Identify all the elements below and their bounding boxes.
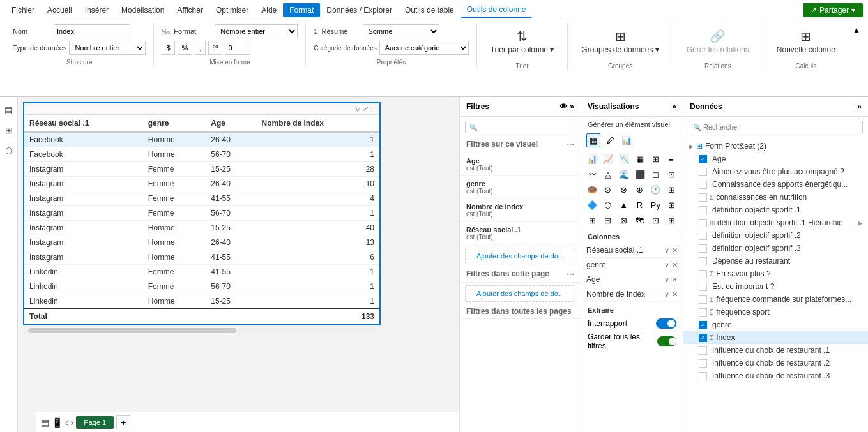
viz-icon[interactable]: 🌊 [617,167,631,181]
percent-button[interactable]: % [178,41,193,55]
filter-item[interactable]: genre est (Tout) [460,176,581,199]
data-tree-item[interactable]: Σfréquence commande sur plateformes... [683,293,868,306]
nouvelle-button[interactable]: ⊞ Nouvelle colonne [771,26,841,57]
tree-checkbox[interactable] [699,168,707,176]
data-tree-item[interactable]: Dépense au restaurant [683,255,868,267]
viz-icon[interactable]: ⊞ [664,182,678,197]
tree-checkbox[interactable] [699,308,707,317]
viz-icon[interactable]: △ [601,167,615,181]
tree-checkbox[interactable] [699,193,707,202]
data-tree-item[interactable]: ΣEn savoir plus ? [683,267,868,280]
data-tree-item[interactable]: Aimeriez vous être plus accompagné ? [683,165,868,178]
viz-icon[interactable]: ⬡ [601,198,615,212]
comma-button[interactable]: , [195,41,206,55]
viz-icon[interactable]: ⊕ [633,182,647,197]
viz-icon[interactable]: Py [648,198,662,212]
data-tree-item[interactable]: Est-ce important ? [683,280,868,293]
decimal-button[interactable]: ⁰⁰ [208,41,222,55]
gerer-button[interactable]: 🔗 Gérer les relations [681,26,755,57]
data-tree-item[interactable]: Influence du choix de restaurant .1 [683,344,868,357]
col-down-icon[interactable]: ∨ [664,261,669,269]
dollar-button[interactable]: $ [162,41,174,55]
filter-item[interactable]: Nombre de Index est (Tout) [460,199,581,222]
tree-checkbox[interactable] [699,372,707,380]
tree-checkbox[interactable]: ✓ [699,321,707,329]
tree-checkbox[interactable] [699,359,707,368]
data-tree-item[interactable]: ⊞définition objectif sportif .1 Hiérarch… [683,216,868,229]
tree-checkbox[interactable] [699,206,707,214]
filter-expand-icon[interactable]: » [570,102,574,111]
viz-icon[interactable]: 🔷 [585,198,599,212]
data-expand-icon[interactable]: » [857,102,862,111]
data-tree-item[interactable]: définition objectif sportif .1 [683,204,868,216]
page-tab[interactable]: Page 1 [76,416,114,429]
page-prev-button[interactable]: ‹ [65,417,68,428]
filter-page-dots[interactable]: ··· [567,269,574,279]
col-x-icon[interactable]: ✕ [672,246,678,255]
data-tree-item[interactable]: Connaissance des apports énergétiqu... [683,178,868,191]
report-view-icon[interactable]: ▤ [41,417,49,428]
viz-icon[interactable]: ⊞ [664,213,678,227]
filter-item[interactable]: Age est (Tout) [460,153,581,176]
tree-checkbox[interactable] [699,270,707,278]
viz-icon[interactable]: ⊟ [601,213,615,227]
viz-icon[interactable]: ≡ [664,152,678,166]
report-icon[interactable]: ▤ [2,102,15,117]
tree-checkbox[interactable] [699,181,707,189]
viz-icon[interactable]: 🗺 [633,213,647,227]
viz-icon[interactable]: 📉 [617,152,631,166]
viz-icon[interactable]: R [633,198,647,212]
viz-icon[interactable]: ▲ [617,198,631,212]
data-tree-item[interactable]: ✓ Age [683,153,868,165]
viz-expand-icon[interactable]: » [672,102,676,111]
menu-optimiser[interactable]: Optimiser [209,3,255,17]
tree-checkbox[interactable] [699,232,707,240]
filter-toolbar-icon[interactable]: ▽ [355,105,360,113]
data-tree-item[interactable]: Σfréquence sport [683,306,868,318]
tree-checkbox[interactable] [699,257,707,265]
data-tree-item-selected[interactable]: ✓ΣIndex [683,331,868,344]
tree-expand-icon[interactable]: ▶ [689,143,694,150]
data-tree-item[interactable]: définition objectif sportif .3 [683,242,868,255]
viz-icon[interactable]: ⊙ [601,182,615,197]
filter-section-dots[interactable]: ··· [567,140,574,150]
viz-icon[interactable]: 🕐 [648,182,662,197]
interrapport-toggle[interactable] [656,318,676,329]
viz-icon[interactable]: ⬛ [633,167,647,181]
menu-accueil[interactable]: Accueil [41,3,79,17]
table-icon[interactable]: ⊞ [3,123,15,138]
viz-icon[interactable]: ⊗ [617,182,631,197]
col-down-icon[interactable]: ∨ [664,246,669,255]
ribbon-collapse[interactable]: ▲ [850,23,863,37]
garder-toggle[interactable] [657,336,676,346]
tree-checkbox[interactable] [699,346,707,355]
viz-icon[interactable]: ⊡ [664,167,678,181]
viz-icon[interactable]: ⊞ [648,152,662,166]
tree-checkbox[interactable] [699,219,707,227]
data-tree-item[interactable]: définition objectif sportif .2 [683,229,868,242]
tree-checkbox[interactable]: ✓ [699,155,707,163]
groupes-button[interactable]: ⊞ Groupes de données ▾ [575,26,664,57]
data-tree-item[interactable]: Influence du choix de restaurant .3 [683,369,868,382]
filter-item[interactable]: Réseau social .1 est (Tout) [460,222,581,245]
viz-icon[interactable]: 📈 [601,152,615,166]
viz-icon[interactable]: ◻ [648,167,662,181]
viz-icon[interactable]: 📊 [585,152,599,166]
page-add-button[interactable]: + [116,415,130,429]
data-tree-item[interactable]: ▶⊞Form Prot&eat (2) [683,140,868,153]
nom-input[interactable] [54,24,130,38]
tree-checkbox[interactable]: ✓ [699,334,707,342]
expand-icon[interactable]: ▶ [858,220,863,227]
model-icon[interactable]: ⬡ [3,143,15,158]
page-next-button[interactable]: › [71,417,74,428]
viz-matrix-icon[interactable]: 🖊 [603,133,617,147]
viz-table-icon[interactable]: ▦ [586,133,600,147]
filters-search-input[interactable] [480,123,571,131]
more-toolbar-icon[interactable]: ··· [371,105,377,113]
focus-toolbar-icon[interactable]: ⤢ [363,105,369,113]
viz-icon[interactable]: 🍩 [585,182,599,197]
col-down-icon[interactable]: ∨ [664,290,669,299]
data-tree-item[interactable]: ✓ genre [683,318,868,331]
format-select[interactable]: Nombre entier [215,24,298,38]
tree-checkbox[interactable] [699,295,707,304]
